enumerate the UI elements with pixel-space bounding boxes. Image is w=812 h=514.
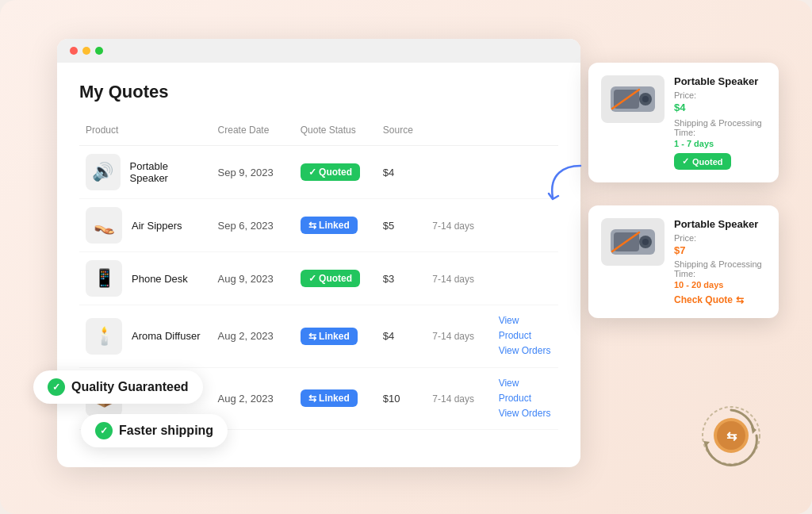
check-circle-shipping: ✓ <box>95 422 113 439</box>
check-quote-label: Check Quote <box>674 294 733 305</box>
floating-badge-quality: ✓ Quality Guaranteed <box>33 370 203 404</box>
circle-icon-decoration: ⇆ <box>699 404 763 467</box>
popup-shipping-2: 10 - 20 days <box>674 280 766 290</box>
popup-info-2: Portable Speaker Price: $7 Shipping & Pr… <box>674 218 766 305</box>
table-row: 🔊 Portable Speaker Sep 9, 2023✓ Quoted$4 <box>79 146 558 199</box>
popup-shipping-label-1: Shipping & Processing Time: <box>674 118 766 137</box>
popup-shipping-1: 1 - 7 days <box>674 139 766 148</box>
popup-shipping-label-2: Shipping & Processing Time: <box>674 259 766 278</box>
table-cell-shipping: 7-14 days <box>426 199 492 252</box>
product-name: Portable Speaker <box>130 160 205 184</box>
status-badge[interactable]: ⇆ Linked <box>301 389 358 407</box>
table-cell-links[interactable]: View ProductView Orders <box>492 367 558 430</box>
table-cell-date: Sep 6, 2023 <box>212 199 294 252</box>
popup-product-image-2 <box>601 218 665 266</box>
table-cell-status[interactable]: ⇆ Linked <box>294 305 377 368</box>
popup-status-1: Quoted <box>692 157 723 167</box>
table-cell-source: $10 <box>377 367 426 430</box>
popup-card-quoted: Portable Speaker Price: $4 Shipping & Pr… <box>588 63 779 182</box>
product-thumbnail: 🔊 <box>86 154 121 190</box>
table-cell-source: $5 <box>377 199 426 252</box>
table-cell-status[interactable]: ⇆ Linked <box>294 367 377 430</box>
table-link[interactable]: View Orders <box>499 343 552 359</box>
product-name: Aroma Diffuser <box>132 330 200 342</box>
page-title: My Quotes <box>79 82 558 102</box>
popup-price-2: $7 <box>674 244 766 256</box>
product-thumbnail: 📱 <box>86 260 122 297</box>
shipping-time: 7-14 days <box>432 274 474 285</box>
col-header-source: Source <box>377 118 426 146</box>
svg-point-8 <box>642 239 649 245</box>
product-thumbnail: 👡 <box>86 207 122 244</box>
popup-card-check-quote: Portable Speaker Price: $7 Shipping & Pr… <box>588 205 779 318</box>
svg-point-3 <box>642 96 649 102</box>
status-badge[interactable]: ⇆ Linked <box>301 217 358 234</box>
table-cell-source: $4 <box>377 305 426 368</box>
col-header-status: Quote Status <box>294 118 377 146</box>
col-header-links <box>492 118 558 146</box>
check-circle-quality: ✓ <box>48 378 65 396</box>
table-cell-product: 📱 Phone Desk <box>79 252 212 305</box>
popup-price-label-2: Price: <box>674 233 766 243</box>
product-name: Phone Desk <box>132 273 188 285</box>
floating-badge-shipping: ✓ Faster shipping <box>81 414 228 447</box>
status-badge[interactable]: ✓ Quoted <box>301 270 360 287</box>
table-cell-status[interactable]: ⇆ Linked <box>294 199 377 252</box>
col-header-date: Create Date <box>212 118 294 146</box>
table-row: 👡 Air Sippers Sep 6, 2023⇆ Linked$57-14 … <box>79 199 558 252</box>
popup-product-name-1: Portable Speaker <box>674 75 766 87</box>
table-cell-source: $3 <box>377 252 426 305</box>
table-cell-links[interactable]: View ProductView Orders <box>492 305 558 368</box>
popup-info-1: Portable Speaker Price: $4 Shipping & Pr… <box>674 75 766 170</box>
table-cell-product: 👡 Air Sippers <box>79 199 212 252</box>
col-header-shipping <box>426 118 492 146</box>
popup-price-1: $4 <box>674 102 766 113</box>
window-minimize-dot[interactable] <box>82 47 90 55</box>
table-cell-date: Sep 9, 2023 <box>212 146 294 199</box>
product-name: Air Sippers <box>132 220 182 232</box>
table-cell-shipping: 7-14 days <box>426 252 492 305</box>
table-cell-date: Aug 2, 2023 <box>212 305 294 368</box>
table-cell-product: 🔊 Portable Speaker <box>79 146 212 199</box>
shipping-badge-text: Faster shipping <box>119 424 213 438</box>
table-cell-shipping: 7-14 days <box>426 367 492 430</box>
table-cell-product: 🕯️ Aroma Diffuser <box>79 305 212 368</box>
check-icon-popup: ✓ <box>682 156 689 167</box>
window-close-dot[interactable] <box>70 47 78 55</box>
popup-product-name-2: Portable Speaker <box>674 218 766 230</box>
check-quote-icon: ⇆ <box>736 294 744 305</box>
table-cell-date: Aug 9, 2023 <box>212 252 294 305</box>
shipping-time: 7-14 days <box>432 221 474 232</box>
arrow-decoration <box>533 150 596 213</box>
shipping-time: 7-14 days <box>432 331 474 342</box>
product-thumbnail: 🕯️ <box>86 318 122 355</box>
svg-text:⇆: ⇆ <box>726 429 737 443</box>
popup-price-label-1: Price: <box>674 90 766 100</box>
table-link[interactable]: View Product <box>499 313 552 343</box>
status-badge[interactable]: ⇆ Linked <box>301 328 358 345</box>
shipping-time: 7-14 days <box>432 393 474 405</box>
table-cell-shipping <box>426 146 492 199</box>
table-cell-shipping: 7-14 days <box>426 305 492 368</box>
quality-badge-text: Quality Guaranteed <box>71 380 189 394</box>
check-quote-link[interactable]: Check Quote ⇆ <box>674 294 766 305</box>
popup-product-image-1 <box>601 75 665 123</box>
window-maximize-dot[interactable] <box>95 47 103 55</box>
table-cell-status[interactable]: ✓ Quoted <box>294 146 377 199</box>
browser-titlebar <box>57 39 580 63</box>
table-cell-status[interactable]: ✓ Quoted <box>294 252 377 305</box>
table-row: 📱 Phone Desk Aug 9, 2023✓ Quoted$37-14 d… <box>79 252 558 305</box>
table-cell-links[interactable] <box>492 252 558 305</box>
table-link[interactable]: View Product <box>499 376 552 406</box>
popup-quoted-badge: ✓ Quoted <box>674 153 731 170</box>
table-cell-source: $4 <box>377 146 426 199</box>
col-header-product: Product <box>79 118 212 146</box>
table-row: 🕯️ Aroma Diffuser Aug 2, 2023⇆ Linked$47… <box>79 305 558 368</box>
table-link[interactable]: View Orders <box>499 406 552 421</box>
status-badge[interactable]: ✓ Quoted <box>301 163 360 181</box>
